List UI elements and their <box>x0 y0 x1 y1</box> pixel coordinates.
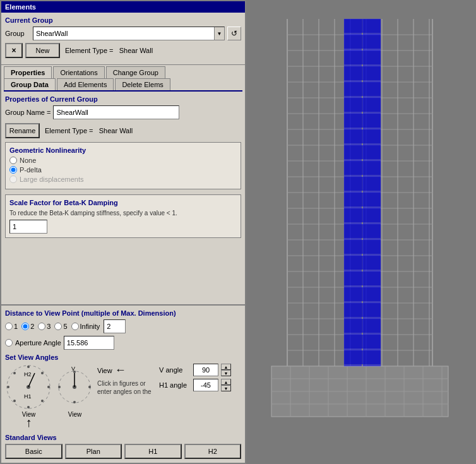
v-angle-input[interactable] <box>193 364 218 376</box>
tab-orientations[interactable]: Orientations <box>53 66 104 78</box>
tab-add-elements[interactable]: Add Elements <box>57 78 114 90</box>
svg-point-6 <box>13 372 16 374</box>
vp-option-3: 3 <box>38 323 51 330</box>
geo-nonlin-title: Geometric Nonlinearity <box>9 146 237 154</box>
group-combo[interactable]: ShearWall ▼ <box>33 27 225 40</box>
dial-h1h2-container: H2 H1 View ↑ <box>5 364 52 430</box>
vp-option-2: 2 <box>21 323 34 330</box>
view-angles-title: Set View Angles <box>5 354 241 361</box>
refresh-button[interactable]: ↺ <box>227 27 241 40</box>
view-point-title: Distance to View Point (multiple of Max.… <box>5 309 241 317</box>
large-displacements-label: Large displacements <box>20 175 84 183</box>
aperture-row: Aperture Angle <box>5 336 241 350</box>
svg-rect-80 <box>344 177 381 191</box>
vp-option-1: 1 <box>5 323 18 330</box>
v-angle-up[interactable]: ▲ <box>221 364 231 370</box>
aperture-radio[interactable] <box>5 339 13 347</box>
standard-views-buttons: Basic Plan H1 H2 <box>5 444 241 459</box>
plan-view-button[interactable]: Plan <box>65 444 122 459</box>
tab-change-group[interactable]: Change Group <box>106 66 165 78</box>
click-instruction: Click in figures or enter angles on the <box>97 379 154 396</box>
scale-factor-input[interactable] <box>9 220 47 234</box>
view-up-arrow-icon: ↑ <box>26 415 32 430</box>
vp-radio-5[interactable] <box>54 323 62 330</box>
view-arrow-container: View ← Click in figures or enter angles … <box>97 364 154 396</box>
group-name-input[interactable] <box>53 105 179 119</box>
aperture-label: Aperture Angle <box>15 339 61 347</box>
pdelta-radio-label: P-delta <box>20 166 42 174</box>
svg-point-18 <box>88 386 91 388</box>
svg-rect-78 <box>344 145 381 159</box>
svg-rect-85 <box>344 256 381 270</box>
svg-rect-75 <box>344 98 381 112</box>
svg-rect-88 <box>344 303 381 317</box>
none-radio-label: None <box>20 157 36 164</box>
h1-angle-label: H1 angle <box>159 381 191 389</box>
h1-view-button[interactable]: H1 <box>124 444 182 459</box>
vp-label-2: 2 <box>30 323 34 330</box>
v-angle-down[interactable]: ▼ <box>221 370 231 376</box>
aperture-input[interactable] <box>64 336 114 350</box>
svg-point-17 <box>58 386 61 388</box>
vp-radio-1[interactable] <box>5 323 13 330</box>
current-group-section: Current Group Group ShearWall ▼ ↺ × New … <box>1 13 245 65</box>
v-angle-spinners: ▲ ▼ <box>221 364 231 376</box>
svg-point-3 <box>27 406 30 408</box>
svg-point-5 <box>47 386 50 388</box>
svg-rect-71 <box>344 35 381 49</box>
svg-text:H1: H1 <box>24 393 32 400</box>
bottom-section: Distance to View Point (multiple of Max.… <box>1 304 245 463</box>
rename-button[interactable]: Rename <box>5 123 40 138</box>
3d-view-panel[interactable] <box>246 0 476 464</box>
scale-factor-section: Scale Factor for Beta-K Damping To reduc… <box>5 194 241 238</box>
svg-point-8 <box>41 372 44 374</box>
view-text-label: View <box>97 367 112 374</box>
large-displacements-radio[interactable] <box>9 175 17 183</box>
x-button[interactable]: × <box>5 43 23 58</box>
svg-text:H2: H2 <box>24 371 32 378</box>
vp-option-infinity: Infinity <box>71 323 100 330</box>
v-angle-row: V angle ▲ ▼ <box>159 364 231 376</box>
svg-rect-73 <box>344 66 381 80</box>
h1-angle-input[interactable] <box>193 379 218 391</box>
view-top-label: View <box>68 411 82 418</box>
geo-nonlinearity-section: Geometric Nonlinearity None P-delta Larg… <box>5 142 241 189</box>
h1-angle-down[interactable]: ▼ <box>221 385 231 391</box>
angles-content: H2 H1 View ↑ <box>5 364 241 430</box>
vp-value-input[interactable] <box>104 319 126 333</box>
svg-rect-90 <box>344 335 381 348</box>
vp-label-5: 5 <box>63 323 67 330</box>
dial-v-container: V View <box>57 364 92 418</box>
standard-views-title: Standard Views <box>5 434 241 441</box>
vp-radio-3[interactable] <box>38 323 45 330</box>
building-3d-svg <box>246 0 476 464</box>
h2-view-button[interactable]: H2 <box>184 444 242 459</box>
props-element-type-value: Shear Wall <box>99 127 133 134</box>
properties-title: Properties of Current Group <box>5 95 241 103</box>
vp-radio-infinity[interactable] <box>71 323 79 330</box>
tab-delete-elems[interactable]: Delete Elems <box>115 78 170 90</box>
svg-rect-89 <box>344 319 381 333</box>
svg-rect-79 <box>344 161 381 175</box>
group-field-label: Group <box>5 30 30 37</box>
scale-factor-desc: To reduce the Beta-K damping stiffness, … <box>9 209 237 217</box>
current-group-label: Current Group <box>5 16 241 24</box>
vp-radio-2[interactable] <box>21 323 29 330</box>
new-button[interactable]: New <box>25 43 60 58</box>
none-radio[interactable] <box>9 157 17 164</box>
dial-h1h2-svg: H2 H1 <box>5 364 52 411</box>
tab-properties[interactable]: Properties <box>4 66 52 78</box>
tab-group-data[interactable]: Group Data <box>4 78 56 90</box>
svg-point-7 <box>41 400 44 402</box>
svg-rect-91 <box>344 350 381 364</box>
h1-angle-up[interactable]: ▲ <box>221 379 231 385</box>
basic-view-button[interactable]: Basic <box>5 444 62 459</box>
pdelta-radio[interactable] <box>9 166 17 174</box>
element-type-label: Element Type = Shear Wall <box>65 47 153 54</box>
v-angle-label: V angle <box>159 366 191 374</box>
svg-rect-74 <box>344 82 381 96</box>
combo-dropdown-arrow[interactable]: ▼ <box>214 27 224 40</box>
standard-views-section: Standard Views Basic Plan H1 H2 <box>5 434 241 459</box>
element-type-equals: Element Type = Shear Wall <box>45 127 133 134</box>
left-panel: Elements Current Group Group ShearWall ▼… <box>0 0 246 464</box>
